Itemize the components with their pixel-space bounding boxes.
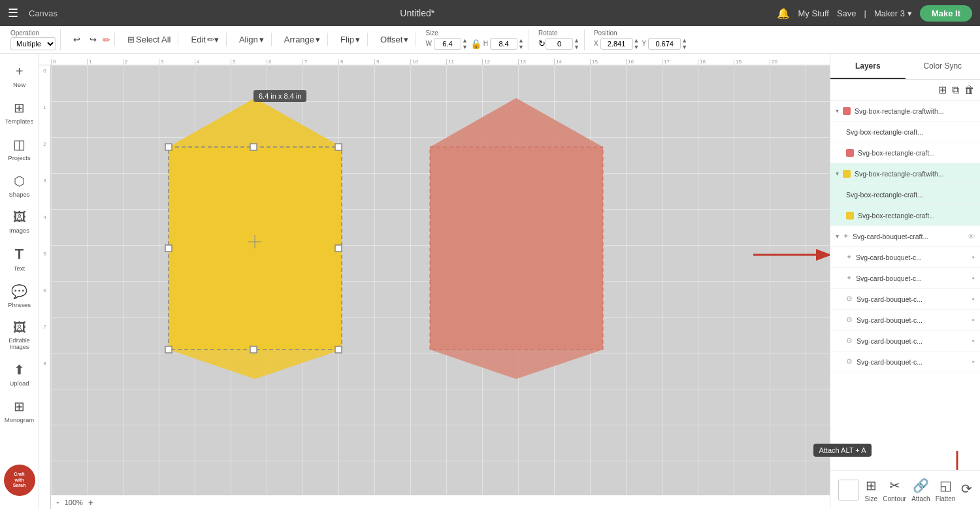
sidebar-item-shapes[interactable]: ⬡ Shapes (2, 168, 37, 203)
layer-chevron-icon: ▾ (836, 170, 839, 177)
notification-icon[interactable]: 🔔 (777, 7, 790, 20)
canvas-bottom: - 100% + (51, 495, 830, 509)
bottom-action-attach[interactable]: 🔗 Attach Attach ALT + A (911, 478, 930, 502)
sidebar-item-new[interactable]: + New (2, 59, 37, 93)
width-input[interactable] (434, 38, 461, 50)
offset-button[interactable]: Offset ▾ (377, 33, 412, 46)
height-up-button[interactable]: ▲ (517, 37, 525, 44)
layer-item[interactable]: Svg-box-rectangle-craft... (830, 142, 980, 163)
sidebar-item-phrases[interactable]: 💬 Phrases (2, 278, 37, 314)
sidebar-item-upload[interactable]: ⬆ Upload (2, 357, 37, 392)
layer-item[interactable]: Svg-box-rectangle-craft... (830, 184, 980, 205)
ruler-tick-11: 11 (446, 59, 482, 65)
phrases-icon: 💬 (11, 284, 27, 299)
width-up-button[interactable]: ▲ (461, 37, 468, 44)
layer-eye-icon[interactable]: 👁 (968, 233, 975, 240)
rotate-up-button[interactable]: ▲ (573, 37, 580, 44)
salmon-shape[interactable] (414, 98, 619, 379)
layer-item[interactable]: ⚙ Svg-card-bouquet-c... ● (830, 289, 980, 310)
arrange-label: Arrange (284, 35, 314, 44)
position-label: Position (594, 29, 688, 37)
x-down-button[interactable]: ▼ (633, 44, 640, 50)
ruler-tick-3: 3 (159, 59, 195, 65)
y-input[interactable] (648, 38, 681, 50)
yellow-shape[interactable] (152, 98, 358, 379)
tab-layers[interactable]: Layers (830, 54, 906, 79)
svg-rect-15 (430, 147, 603, 350)
height-label: H (483, 40, 488, 47)
zoom-out-button[interactable]: - (56, 497, 59, 508)
save-link[interactable]: Save (837, 8, 857, 18)
craft-logo[interactable]: CraftwithSarah (4, 465, 35, 496)
bottom-action-flatten[interactable]: ◱ Flatten (936, 478, 956, 502)
layer-item[interactable]: ⚙ Svg-card-bouquet-c... ● (830, 352, 980, 372)
projects-icon: ◫ (13, 137, 25, 152)
layer-item[interactable]: ▾ ✦ Svg-card-bouquet-craft... 👁 (830, 226, 980, 247)
bottom-action-weld[interactable]: ⟳ (961, 481, 972, 499)
layer-item[interactable]: ✦ Svg-card-bouquet-c... ● (830, 247, 980, 268)
layers-group-button[interactable]: ⊞ (938, 84, 947, 96)
layer-name: Svg-card-bouquet-c... (856, 274, 968, 282)
align-button[interactable]: Align ▾ (236, 33, 267, 46)
flip-button[interactable]: Flip ▾ (337, 33, 363, 46)
sidebar-label-phrases: Phrases (8, 301, 31, 308)
y-up-button[interactable]: ▲ (681, 37, 688, 44)
layer-item[interactable]: Svg-box-rectangle-craft... (830, 205, 980, 226)
ruler-left: 0 1 2 3 4 5 6 7 8 (39, 65, 51, 509)
layer-name: Svg-card-bouquet-c... (857, 358, 968, 366)
layer-item[interactable]: ✦ Svg-card-bouquet-c... ● (830, 268, 980, 289)
layer-name: Svg-card-bouquet-c... (856, 254, 968, 261)
ruler-tick-12: 12 (482, 59, 518, 65)
ruler-tick-14: 14 (554, 59, 590, 65)
sidebar-item-templates[interactable]: ⊞ Templates (2, 95, 37, 130)
make-it-button[interactable]: Make It (920, 5, 972, 22)
layers-delete-button[interactable]: 🗑 (964, 84, 975, 96)
x-input[interactable] (600, 38, 633, 50)
panel-tabs: Layers Color Sync (830, 54, 980, 80)
zoom-in-button[interactable]: + (88, 497, 93, 508)
weld-icon: ⟳ (961, 481, 972, 497)
layer-item[interactable]: ⚙ Svg-card-bouquet-c... ● (830, 310, 980, 331)
sidebar-item-text[interactable]: T Text (2, 240, 37, 277)
bottom-action-size[interactable]: ⊞ Size (864, 478, 877, 502)
maker-selector[interactable]: Maker 3 ▾ (874, 8, 912, 18)
toolbar: Operation Multiple ↩ ↪ ✏ ⊞ Select All Ed… (0, 26, 980, 54)
sidebar-label-shapes: Shapes (8, 191, 29, 198)
width-down-button[interactable]: ▼ (461, 44, 468, 50)
sidebar-label-images: Images (9, 227, 29, 234)
sidebar-item-images[interactable]: 🖼 Images (2, 205, 37, 239)
sidebar-label-monogram: Monogram (5, 416, 34, 423)
rotate-input[interactable] (546, 38, 573, 50)
select-all-button[interactable]: ⊞ Select All (124, 33, 174, 46)
sidebar-item-projects[interactable]: ◫ Projects (2, 131, 37, 167)
color-swatch[interactable] (838, 480, 859, 501)
x-up-button[interactable]: ▲ (633, 37, 640, 44)
layer-gear-icon: ⚙ (846, 316, 853, 324)
sidebar-item-editable-images[interactable]: 🖼 Editable Images (2, 315, 37, 355)
bottom-action-contour[interactable]: ✂ Contour (883, 478, 906, 502)
sidebar-item-monogram[interactable]: ⊞ Monogram (2, 393, 37, 429)
undo-button[interactable]: ↩ (70, 33, 84, 46)
lock-icon[interactable]: 🔒 (470, 39, 482, 49)
operation-select[interactable]: Multiple (10, 37, 56, 50)
ruler-tick-5: 5 (231, 59, 267, 65)
svg-marker-0 (169, 98, 342, 147)
tab-color-sync[interactable]: Color Sync (906, 54, 981, 79)
arrange-button[interactable]: Arrange ▾ (281, 33, 323, 46)
redo-button[interactable]: ↪ (86, 33, 100, 46)
my-stuff-link[interactable]: My Stuff (798, 8, 828, 18)
layer-item[interactable]: ▾ Svg-box-rectangle-craftwith... (830, 101, 980, 122)
salmon-shape-svg (414, 98, 619, 379)
layers-duplicate-button[interactable]: ⧉ (952, 84, 959, 96)
layer-item[interactable]: Svg-box-rectangle-craft... (830, 122, 980, 142)
height-input[interactable] (490, 38, 517, 50)
edit-button[interactable]: Edit ✏▾ (188, 33, 221, 46)
hamburger-icon[interactable]: ☰ (8, 6, 18, 20)
height-down-button[interactable]: ▼ (517, 44, 525, 50)
y-down-button[interactable]: ▼ (681, 44, 688, 50)
layer-item-active[interactable]: ▾ Svg-box-rectangle-craftwith... (830, 163, 980, 184)
canvas-inner[interactable]: 6.4 in x 8.4 in (51, 65, 830, 495)
layer-item[interactable]: ⚙ Svg-card-bouquet-c... ● (830, 331, 980, 352)
layer-dot-icon: ● (972, 254, 975, 260)
rotate-down-button[interactable]: ▼ (573, 44, 580, 50)
